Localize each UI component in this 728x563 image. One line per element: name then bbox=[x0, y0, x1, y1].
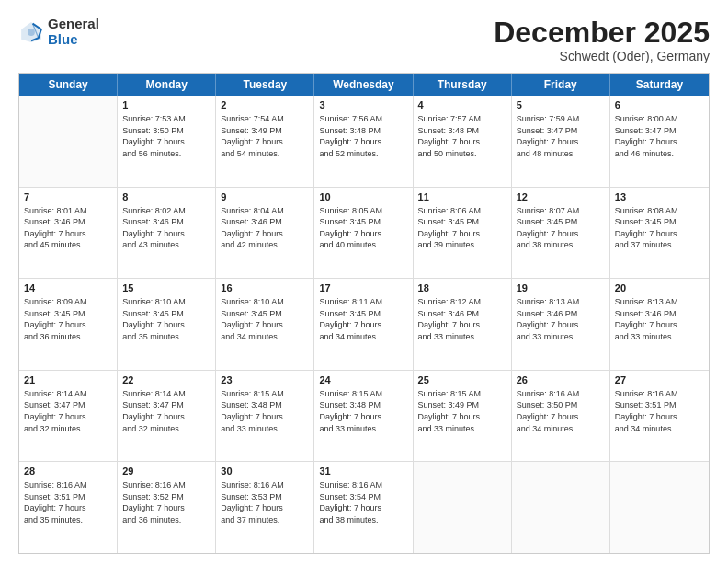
cell-line: and 46 minutes. bbox=[615, 148, 704, 160]
day-number: 12 bbox=[517, 190, 605, 204]
cell-line: Sunrise: 8:02 AM bbox=[122, 205, 210, 217]
day-number: 28 bbox=[24, 465, 112, 478]
cell-line: Daylight: 7 hours bbox=[221, 411, 309, 423]
cell-line: Sunrise: 7:59 AM bbox=[517, 113, 605, 125]
cell-line: and 54 minutes. bbox=[221, 148, 309, 160]
cell-line: and 39 minutes. bbox=[418, 239, 506, 251]
day-number: 17 bbox=[319, 282, 407, 295]
cell-line: Daylight: 7 hours bbox=[122, 502, 210, 514]
day-cell-20: 20Sunrise: 8:13 AMSunset: 3:46 PMDayligh… bbox=[610, 279, 709, 370]
day-number: 16 bbox=[221, 282, 309, 295]
cell-line: Daylight: 7 hours bbox=[319, 411, 407, 423]
day-number: 15 bbox=[122, 282, 210, 295]
cell-line: Daylight: 7 hours bbox=[122, 319, 210, 331]
logo-icon bbox=[18, 19, 44, 45]
calendar-row-4: 21Sunrise: 8:14 AMSunset: 3:47 PMDayligh… bbox=[19, 371, 709, 463]
cell-line: Daylight: 7 hours bbox=[24, 319, 112, 331]
cell-line: Daylight: 7 hours bbox=[418, 228, 506, 240]
cell-line: Sunrise: 8:16 AM bbox=[319, 479, 407, 491]
day-number: 31 bbox=[319, 465, 407, 478]
cell-line: and 40 minutes. bbox=[319, 239, 407, 251]
day-number: 20 bbox=[615, 282, 704, 295]
cell-line: Sunrise: 8:14 AM bbox=[24, 388, 112, 400]
cell-line: and 33 minutes. bbox=[418, 331, 506, 343]
day-cell-15: 15Sunrise: 8:10 AMSunset: 3:45 PMDayligh… bbox=[118, 279, 216, 370]
cell-line: Sunset: 3:45 PM bbox=[319, 216, 407, 228]
day-number: 4 bbox=[418, 98, 506, 112]
day-cell-28: 28Sunrise: 8:16 AMSunset: 3:51 PMDayligh… bbox=[19, 462, 118, 553]
cell-line: Sunrise: 8:08 AM bbox=[615, 205, 704, 217]
cell-line: Daylight: 7 hours bbox=[122, 228, 210, 240]
cell-line: Sunrise: 8:15 AM bbox=[221, 388, 309, 400]
cell-line: Sunrise: 7:54 AM bbox=[221, 113, 309, 125]
cell-line: and 33 minutes. bbox=[221, 423, 309, 435]
cell-line: and 35 minutes. bbox=[122, 331, 210, 343]
day-number: 24 bbox=[319, 373, 407, 387]
day-number: 10 bbox=[319, 190, 407, 204]
calendar-row-1: 1Sunrise: 7:53 AMSunset: 3:50 PMDaylight… bbox=[19, 96, 709, 188]
cell-line: and 38 minutes. bbox=[517, 239, 605, 251]
cell-line: Daylight: 7 hours bbox=[418, 319, 506, 331]
day-header-monday: Monday bbox=[118, 74, 216, 96]
cell-line: Sunset: 3:53 PM bbox=[221, 491, 309, 503]
day-number: 25 bbox=[418, 373, 506, 387]
day-header-wednesday: Wednesday bbox=[314, 74, 413, 96]
day-cell-24: 24Sunrise: 8:15 AMSunset: 3:48 PMDayligh… bbox=[314, 371, 413, 462]
cell-line: Daylight: 7 hours bbox=[319, 319, 407, 331]
cell-line: and 32 minutes. bbox=[24, 423, 112, 435]
cell-line: Sunset: 3:51 PM bbox=[615, 399, 704, 411]
cell-line: Daylight: 7 hours bbox=[615, 319, 704, 331]
cell-line: Sunset: 3:46 PM bbox=[418, 308, 506, 320]
day-number: 7 bbox=[24, 190, 112, 204]
day-cell-21: 21Sunrise: 8:14 AMSunset: 3:47 PMDayligh… bbox=[19, 371, 118, 462]
day-number: 6 bbox=[615, 98, 704, 112]
cell-line: and 36 minutes. bbox=[122, 514, 210, 526]
calendar-header: SundayMondayTuesdayWednesdayThursdayFrid… bbox=[19, 74, 709, 96]
cell-line: and 35 minutes. bbox=[24, 514, 112, 526]
cell-line: Sunrise: 8:10 AM bbox=[221, 296, 309, 308]
cell-line: Daylight: 7 hours bbox=[517, 136, 605, 148]
cell-line: Sunset: 3:46 PM bbox=[24, 216, 112, 228]
cell-line: Daylight: 7 hours bbox=[24, 228, 112, 240]
logo: General Blue bbox=[18, 17, 99, 47]
cell-line: and 36 minutes. bbox=[24, 331, 112, 343]
calendar-body: 1Sunrise: 7:53 AMSunset: 3:50 PMDaylight… bbox=[19, 96, 709, 553]
svg-point-1 bbox=[28, 29, 35, 36]
cell-line: and 50 minutes. bbox=[418, 148, 506, 160]
cell-line: Sunset: 3:45 PM bbox=[319, 308, 407, 320]
empty-cell bbox=[610, 462, 709, 553]
cell-line: and 33 minutes. bbox=[418, 423, 506, 435]
cell-line: Sunrise: 8:05 AM bbox=[319, 205, 407, 217]
empty-cell bbox=[19, 96, 118, 187]
day-cell-29: 29Sunrise: 8:16 AMSunset: 3:52 PMDayligh… bbox=[118, 462, 216, 553]
cell-line: and 45 minutes. bbox=[24, 239, 112, 251]
cell-line: and 42 minutes. bbox=[221, 239, 309, 251]
cell-line: Daylight: 7 hours bbox=[24, 411, 112, 423]
cell-line: Sunrise: 8:06 AM bbox=[418, 205, 506, 217]
day-cell-11: 11Sunrise: 8:06 AMSunset: 3:45 PMDayligh… bbox=[414, 188, 512, 279]
day-cell-23: 23Sunrise: 8:15 AMSunset: 3:48 PMDayligh… bbox=[216, 371, 314, 462]
empty-cell bbox=[414, 462, 512, 553]
cell-line: Daylight: 7 hours bbox=[122, 411, 210, 423]
cell-line: and 34 minutes. bbox=[319, 331, 407, 343]
day-number: 23 bbox=[221, 373, 309, 387]
cell-line: Sunrise: 7:57 AM bbox=[418, 113, 506, 125]
day-cell-5: 5Sunrise: 7:59 AMSunset: 3:47 PMDaylight… bbox=[512, 96, 610, 187]
day-cell-9: 9Sunrise: 8:04 AMSunset: 3:46 PMDaylight… bbox=[216, 188, 314, 279]
day-number: 1 bbox=[122, 98, 210, 112]
cell-line: Sunset: 3:52 PM bbox=[122, 491, 210, 503]
cell-line: Sunset: 3:48 PM bbox=[221, 399, 309, 411]
cell-line: Sunrise: 8:16 AM bbox=[24, 479, 112, 491]
day-header-tuesday: Tuesday bbox=[216, 74, 314, 96]
day-number: 26 bbox=[517, 373, 605, 387]
cell-line: Daylight: 7 hours bbox=[418, 411, 506, 423]
day-cell-12: 12Sunrise: 8:07 AMSunset: 3:45 PMDayligh… bbox=[512, 188, 610, 279]
cell-line: Daylight: 7 hours bbox=[319, 502, 407, 514]
cell-line: Sunrise: 7:53 AM bbox=[122, 113, 210, 125]
day-cell-16: 16Sunrise: 8:10 AMSunset: 3:45 PMDayligh… bbox=[216, 279, 314, 370]
day-number: 18 bbox=[418, 282, 506, 295]
day-header-saturday: Saturday bbox=[610, 74, 709, 96]
logo-blue: Blue bbox=[48, 32, 99, 48]
cell-line: and 34 minutes. bbox=[221, 331, 309, 343]
cell-line: Sunset: 3:45 PM bbox=[221, 308, 309, 320]
